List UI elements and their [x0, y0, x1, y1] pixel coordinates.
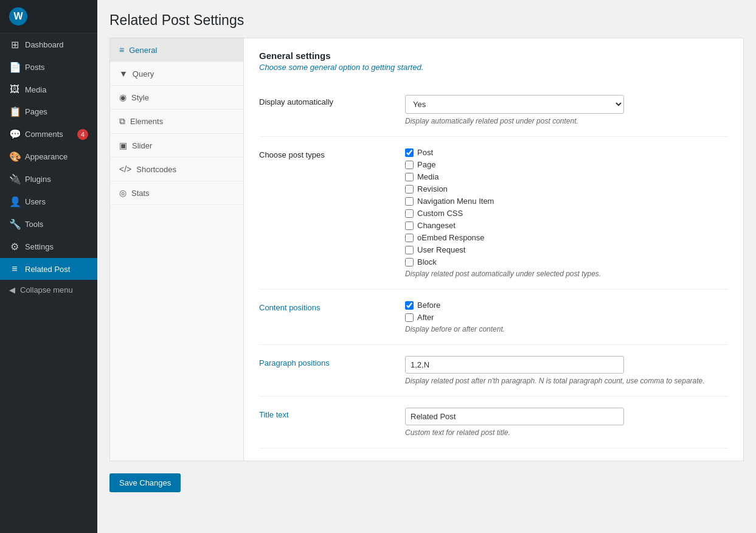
checkbox-page-input[interactable] — [405, 161, 414, 169]
sidebar-item-label: Comments — [25, 130, 63, 139]
settings-icon: ⚙ — [9, 241, 20, 253]
sidebar-item-users[interactable]: 👤 Users — [0, 190, 97, 213]
appearance-icon: 🎨 — [9, 151, 20, 162]
display-automatically-row: Display automatically Yes No Display aut… — [259, 84, 728, 137]
nav-item-label: Style — [131, 93, 149, 102]
nav-item-label: Elements — [130, 117, 163, 126]
nav-item-label: Shortcodes — [136, 165, 176, 174]
general-nav-icon: ≡ — [119, 45, 124, 55]
collapse-menu[interactable]: ◀ Collapse menu — [0, 280, 97, 300]
checkbox-nav-menu-item[interactable]: Navigation Menu Item — [405, 197, 728, 206]
checkbox-nav-menu-item-label: Navigation Menu Item — [417, 197, 494, 206]
title-text-controls: Custom text for related post title. — [405, 408, 728, 437]
checkbox-media-label: Media — [417, 172, 439, 181]
checkbox-changeset[interactable]: Changeset — [405, 221, 728, 230]
nav-item-shortcodes[interactable]: </> Shortcodes — [110, 158, 243, 181]
title-text-input[interactable] — [405, 408, 624, 425]
shortcodes-nav-icon: </> — [119, 164, 131, 174]
nav-item-slider[interactable]: ▣ Slider — [110, 134, 243, 158]
checkbox-custom-css[interactable]: Custom CSS — [405, 209, 728, 218]
comments-badge: 4 — [77, 129, 88, 140]
checkbox-block-label: Block — [417, 257, 437, 266]
checkbox-after-input[interactable] — [405, 313, 414, 322]
sidebar-item-label: Related Post — [25, 265, 70, 274]
slider-nav-icon: ▣ — [119, 141, 127, 150]
checkbox-page[interactable]: Page — [405, 160, 728, 169]
checkbox-block-input[interactable] — [405, 258, 414, 266]
save-changes-button[interactable]: Save Changes — [109, 473, 181, 492]
choose-post-types-controls: Post Page Media Revision — [405, 148, 728, 278]
nav-item-label: Query — [133, 69, 154, 78]
paragraph-positions-controls: Display related post after n'th paragrap… — [405, 356, 728, 385]
section-title: General settings — [259, 51, 728, 61]
sidebar-item-posts[interactable]: 📄 Posts — [0, 56, 97, 78]
settings-container: ≡ General ▼ Query ◉ Style ⧉ Elements ▣ S… — [109, 38, 744, 461]
related-post-icon: ≡ — [9, 263, 20, 274]
sidebar-item-comments[interactable]: 💬 Comments 4 — [0, 123, 97, 145]
checkbox-media-input[interactable] — [405, 173, 414, 181]
sidebar-item-label: Appearance — [25, 152, 68, 161]
stats-nav-icon: ◎ — [119, 188, 127, 198]
checkbox-changeset-input[interactable] — [405, 221, 414, 230]
checkbox-before-input[interactable] — [405, 301, 414, 310]
nav-item-label: General — [129, 46, 157, 55]
sidebar-item-appearance[interactable]: 🎨 Appearance — [0, 145, 97, 168]
checkbox-changeset-label: Changeset — [417, 221, 456, 230]
sidebar-item-pages[interactable]: 📋 Pages — [0, 100, 97, 123]
nav-item-elements[interactable]: ⧉ Elements — [110, 110, 243, 134]
sidebar-item-dashboard[interactable]: ⊞ Dashboard — [0, 33, 97, 56]
nav-item-style[interactable]: ◉ Style — [110, 86, 243, 110]
display-automatically-select[interactable]: Yes No — [405, 95, 624, 114]
content-positions-help: Display before or after content. — [405, 325, 728, 333]
checkbox-custom-css-input[interactable] — [405, 209, 414, 218]
sidebar-item-label: Posts — [25, 63, 45, 72]
checkbox-oembed-response-label: oEmbed Response — [417, 233, 485, 242]
title-text-help: Custom text for related post title. — [405, 428, 728, 437]
choose-post-types-help: Display related post automatically under… — [405, 270, 728, 278]
sidebar-item-label: Pages — [25, 107, 47, 116]
query-nav-icon: ▼ — [119, 69, 128, 78]
nav-item-stats[interactable]: ◎ Stats — [110, 181, 243, 205]
section-subtitle: Choose some general option to getting st… — [259, 63, 728, 72]
checkbox-post-input[interactable] — [405, 148, 414, 157]
sidebar-item-related-post[interactable]: ≡ Related Post — [0, 258, 97, 280]
choose-post-types-row: Choose post types Post Page — [259, 137, 728, 290]
checkbox-before-label: Before — [417, 301, 440, 310]
sidebar-item-plugins[interactable]: 🔌 Plugins — [0, 168, 97, 190]
checkbox-nav-menu-item-input[interactable] — [405, 197, 414, 206]
checkbox-block[interactable]: Block — [405, 257, 728, 266]
nav-item-label: Stats — [131, 189, 150, 198]
posts-icon: 📄 — [9, 61, 20, 73]
pages-icon: 📋 — [9, 106, 20, 117]
checkbox-revision[interactable]: Revision — [405, 184, 728, 193]
checkbox-oembed-response[interactable]: oEmbed Response — [405, 233, 728, 242]
nav-item-general[interactable]: ≡ General — [110, 38, 243, 62]
settings-nav: ≡ General ▼ Query ◉ Style ⧉ Elements ▣ S… — [110, 38, 244, 461]
sidebar-item-tools[interactable]: 🔧 Tools — [0, 213, 97, 235]
checkbox-post-label: Post — [417, 148, 433, 157]
paragraph-positions-input[interactable] — [405, 356, 624, 374]
checkbox-revision-input[interactable] — [405, 185, 414, 193]
checkbox-after-label: After — [417, 313, 434, 322]
checkbox-user-request-input[interactable] — [405, 246, 414, 254]
tools-icon: 🔧 — [9, 218, 20, 230]
display-automatically-label: Display automatically — [259, 95, 393, 106]
checkbox-user-request[interactable]: User Request — [405, 245, 728, 254]
dashboard-icon: ⊞ — [9, 39, 20, 51]
checkbox-revision-label: Revision — [417, 184, 448, 193]
sidebar-item-settings[interactable]: ⚙ Settings — [0, 235, 97, 258]
checkbox-after[interactable]: After — [405, 313, 728, 322]
checkbox-media[interactable]: Media — [405, 172, 728, 181]
checkbox-user-request-label: User Request — [417, 245, 465, 254]
title-text-row: Title text Custom text for related post … — [259, 397, 728, 448]
sidebar-item-media[interactable]: 🖼 Media — [0, 78, 97, 100]
nav-item-label: Slider — [132, 141, 152, 150]
sidebar: W ⊞ Dashboard 📄 Posts 🖼 Media 📋 Pages 💬 … — [0, 0, 97, 533]
checkbox-oembed-response-input[interactable] — [405, 234, 414, 242]
sidebar-logo: W — [0, 0, 97, 33]
nav-item-query[interactable]: ▼ Query — [110, 62, 243, 86]
checkbox-before[interactable]: Before — [405, 301, 728, 310]
checkbox-post[interactable]: Post — [405, 148, 728, 157]
sidebar-item-label: Plugins — [25, 175, 51, 184]
checkbox-page-label: Page — [417, 160, 435, 169]
